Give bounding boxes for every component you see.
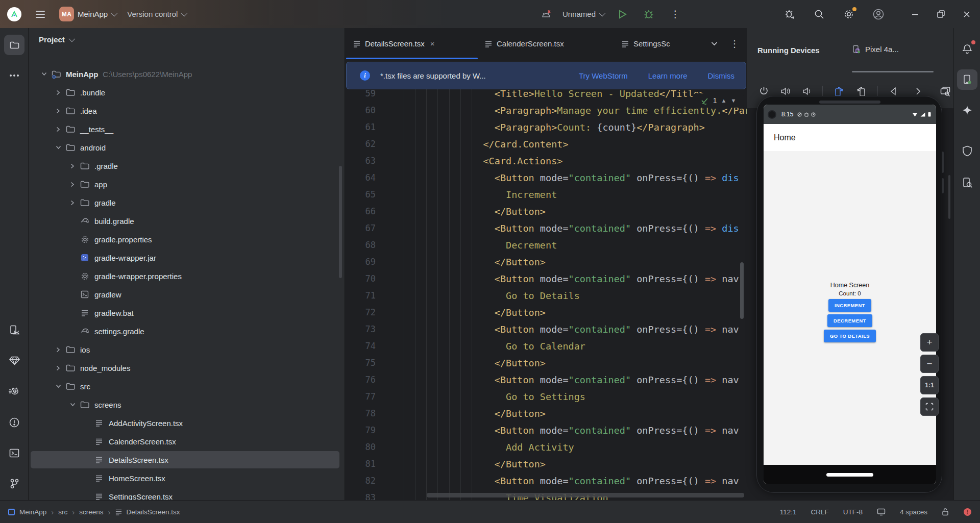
notifications-bell-icon[interactable] [957, 39, 977, 59]
rotate-left-icon[interactable] [834, 86, 845, 97]
debug-button[interactable] [641, 6, 657, 22]
home-indicator[interactable] [826, 473, 873, 477]
terminal-icon[interactable] [4, 443, 24, 463]
device-manager-icon[interactable] [4, 320, 24, 340]
tree-item-node-modules[interactable]: node_modules [29, 359, 345, 377]
project-widget[interactable]: MA MeinApp [59, 7, 116, 21]
window-restore-button[interactable] [937, 10, 945, 18]
tree-item-screens[interactable]: screens [29, 395, 345, 414]
devices-panel-scrollbar[interactable] [948, 175, 950, 219]
editor-vertical-scrollbar[interactable] [740, 262, 744, 319]
screen-icon[interactable] [877, 508, 886, 516]
editor-horizontal-scrollbar[interactable] [427, 493, 744, 497]
vcs-menu[interactable]: Version control [127, 10, 186, 18]
tree-item-addactivityscreen-tsx[interactable]: AddActivityScreen.tsx [29, 414, 345, 432]
tree-item-detailsscreen-tsx[interactable]: DetailsScreen.tsx [29, 451, 345, 469]
caret-position[interactable]: 112:1 [780, 508, 797, 516]
chevron-right-icon[interactable] [53, 127, 63, 132]
tree-item-gradlew-bat[interactable]: gradlew.bat [29, 304, 345, 322]
file-encoding[interactable]: UTF-8 [843, 508, 863, 516]
zoom-in-button[interactable]: + [920, 333, 939, 352]
emulator-screen[interactable]: 8:15 Home Home Screen Count: 0 INCREME [764, 105, 936, 484]
chevron-down-icon[interactable] [39, 72, 49, 76]
prev-problem-icon[interactable]: ▲ [721, 97, 727, 104]
chevron-right-icon[interactable] [67, 200, 78, 206]
tree-item-gradle[interactable]: gradle [29, 193, 345, 212]
project-tree-scrollbar[interactable] [339, 166, 342, 278]
chevron-right-icon[interactable] [53, 90, 63, 95]
sync-error-icon[interactable] [963, 508, 972, 516]
breadcrumb-file[interactable]: DetailsScreen.tsx [127, 508, 180, 516]
rotate-right-icon[interactable] [855, 86, 867, 97]
tree-item-gradlew[interactable]: gradlew [29, 285, 345, 304]
dismiss-link[interactable]: Dismiss [708, 71, 735, 80]
volume-up-icon[interactable] [780, 86, 791, 96]
line-separator[interactable]: CRLF [811, 508, 828, 516]
tree-item-gradle-wrapper-jar[interactable]: gradle-wrapper.jar [29, 248, 345, 267]
tree-item-gradle-wrapper-properties[interactable]: gradle-wrapper.properties [29, 267, 345, 285]
tree-item-build-gradle[interactable]: build.gradle [29, 212, 345, 230]
tree-item-settingsscreen-tsx[interactable]: SettingsScreen.tsx [29, 487, 345, 500]
attach-debugger-icon[interactable] [781, 6, 798, 22]
indent-setting[interactable]: 4 spaces [900, 508, 927, 516]
fit-to-window-button[interactable] [920, 397, 939, 416]
chevron-right-icon[interactable] [53, 108, 63, 114]
device-tab-pixel4a[interactable]: Pixel 4a... [852, 45, 899, 54]
project-tool-icon[interactable] [4, 35, 24, 55]
problems-icon[interactable] [4, 412, 24, 433]
tree-item--idea[interactable]: .idea [29, 102, 345, 120]
power-button-icon[interactable] [758, 86, 769, 96]
settings-gear-icon[interactable] [841, 6, 857, 22]
tree-item--tests-[interactable]: __tests__ [29, 120, 345, 138]
learn-more-link[interactable]: Learn more [648, 71, 688, 80]
chevron-right-icon[interactable] [67, 163, 78, 169]
tree-item-ios[interactable]: ios [29, 340, 345, 359]
tree-item-homescreen-tsx[interactable]: HomeScreen.tsx [29, 469, 345, 487]
chevron-down-icon[interactable] [53, 384, 63, 388]
search-everywhere-icon[interactable] [811, 6, 827, 22]
screenshot-icon[interactable] [940, 86, 951, 96]
run-button[interactable] [614, 6, 630, 22]
window-minimize-button[interactable] [911, 10, 919, 18]
increment-button[interactable]: INCREMENT [828, 299, 871, 312]
window-close-button[interactable] [963, 10, 971, 18]
tree-item-calenderscreen-tsx[interactable]: CalenderScreen.tsx [29, 432, 345, 451]
chevron-right-icon[interactable] [67, 182, 78, 187]
code-editor[interactable]: 59 <Title>Hello Screen - Updated</Title>… [345, 28, 747, 500]
more-tool-windows-icon[interactable] [4, 65, 24, 86]
chevron-right-icon[interactable] [53, 347, 63, 353]
tree-item-gradle-properties[interactable]: gradle.properties [29, 230, 345, 248]
running-devices-tool-icon[interactable] [957, 69, 977, 90]
breadcrumb-src[interactable]: src [58, 508, 67, 516]
tree-item--bundle[interactable]: .bundle [29, 83, 345, 102]
expand-more-icon[interactable] [916, 87, 921, 95]
tree-item--gradle[interactable]: .gradle [29, 157, 345, 175]
tree-item-meinapp[interactable]: MeinAppC:\Users\ps0622\MeinApp [29, 65, 345, 83]
project-panel-header[interactable]: Project [39, 35, 74, 44]
tree-item-android[interactable]: android [29, 138, 345, 157]
lock-icon[interactable] [942, 508, 949, 516]
run-configuration-select[interactable]: Unnamed [562, 10, 604, 18]
zoom-out-button[interactable]: − [920, 355, 939, 373]
tree-item-settings-gradle[interactable]: settings.gradle [29, 322, 345, 340]
logcat-icon[interactable] [4, 382, 24, 402]
breadcrumb-screens[interactable]: screens [79, 508, 103, 516]
next-problem-icon[interactable]: ▼ [730, 97, 736, 104]
trusted-shield-icon[interactable] [957, 141, 977, 161]
main-menu-icon[interactable] [33, 8, 48, 21]
chevron-down-icon[interactable] [53, 145, 63, 150]
more-actions-menu[interactable]: ⋮ [667, 6, 683, 22]
go-to-details-button[interactable]: GO TO DETAILS [824, 330, 876, 342]
tree-item-src[interactable]: src [29, 377, 345, 395]
try-webstorm-link[interactable]: Try WebStorm [579, 71, 628, 80]
inspections-widget[interactable]: 1 ▲ ▼ [693, 93, 744, 108]
device-explorer-icon[interactable] [957, 172, 977, 193]
chevron-down-icon[interactable] [67, 403, 78, 407]
decrement-button[interactable]: DECREMENT [827, 314, 872, 327]
resource-manager-icon[interactable] [4, 351, 24, 371]
volume-down-icon[interactable] [802, 86, 812, 96]
profile-icon[interactable] [870, 6, 887, 22]
breadcrumb-project[interactable]: MeinApp [19, 508, 46, 516]
tree-item-app[interactable]: app [29, 175, 345, 193]
zoom-reset-button[interactable]: 1:1 [920, 376, 939, 394]
